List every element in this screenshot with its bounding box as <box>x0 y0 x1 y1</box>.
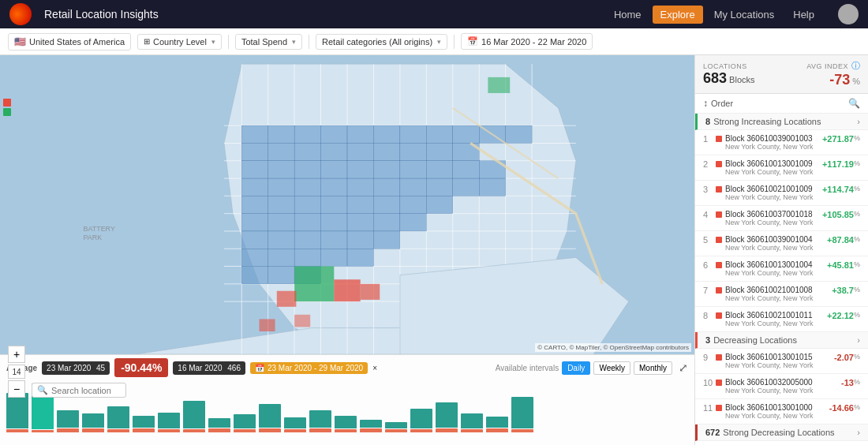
location-item[interactable]: 10 Block 360610032005000 New York County… <box>695 374 868 399</box>
svg-rect-65 <box>268 196 294 213</box>
loc-num: 2 <box>703 159 716 169</box>
bar-orange-2 <box>32 430 54 432</box>
bar-orange-9 <box>208 428 230 432</box>
bar-teal-4 <box>82 413 104 428</box>
svg-rect-70 <box>400 196 426 213</box>
svg-rect-45 <box>268 161 294 178</box>
bar-teal-11 <box>259 404 281 428</box>
location-item[interactable]: 4 Block 360610037001018 New York County,… <box>695 206 868 231</box>
metric-label: Total Spend <box>241 37 287 47</box>
location-item[interactable]: 8 Block 360610021001011 New York County,… <box>695 307 868 332</box>
flag-icon: 🇺🇸 <box>14 36 26 47</box>
chart-date-range: 📅 23 Mar 2020 - 29 Mar 2020 <box>250 362 368 374</box>
location-item[interactable]: 11 Block 360610013001000 New York County… <box>695 399 868 424</box>
metric-selector[interactable]: Total Spend ▾ <box>235 34 302 50</box>
nav-home[interactable]: Home <box>606 6 649 24</box>
map-area[interactable]: BATTERY PARK + 14 − 🔍 © CARTO, © MapTile… <box>0 55 694 445</box>
map-search[interactable]: 🔍 <box>32 383 126 398</box>
section-arrow-3[interactable]: › <box>857 428 860 437</box>
locations-count: 683 <box>703 70 727 86</box>
zoom-in-button[interactable]: + <box>8 346 25 363</box>
nav-my-locations[interactable]: My Locations <box>706 6 783 24</box>
zoom-out-button[interactable]: − <box>8 380 25 398</box>
categories-selector[interactable]: Retail categories (All origins) ▾ <box>316 34 447 50</box>
bar-orange-15 <box>360 428 382 432</box>
svg-rect-60 <box>400 178 426 196</box>
location-item[interactable]: 6 Block 360610013001004 New York County,… <box>695 256 868 282</box>
nav-explore[interactable]: Explore <box>653 6 703 24</box>
section-decreasing: 3 Decreasing Locations › <box>695 332 868 349</box>
svg-rect-95 <box>277 291 297 307</box>
interval-controls: Available intervals Daily Weekly Monthly… <box>496 361 688 375</box>
loc-pct: % <box>854 353 860 361</box>
svg-rect-96 <box>361 284 380 300</box>
chart-tooltip-1: 23 Mar 2020 45 <box>42 361 110 375</box>
svg-rect-31 <box>426 125 452 143</box>
loc-val: +87.84 <box>827 235 854 245</box>
loc-addr: New York County, New York <box>725 244 824 252</box>
chart-close-button[interactable]: × <box>372 364 377 372</box>
section-arrow-1[interactable]: › <box>857 117 860 126</box>
loc-color <box>716 211 722 218</box>
svg-rect-89 <box>347 249 373 266</box>
svg-rect-74 <box>294 214 320 231</box>
bar-teal-14 <box>335 416 357 428</box>
available-intervals-label: Available intervals <box>496 364 559 372</box>
loc-pct: % <box>854 378 860 386</box>
location-item[interactable]: 5 Block 360610039001004 New York County,… <box>695 231 868 256</box>
location-item[interactable]: 1 Block 360610039001003 New York County,… <box>695 130 868 155</box>
svg-rect-48 <box>347 161 373 178</box>
loc-id: Block 360610021001011 <box>725 311 824 320</box>
loc-id: Block 360610013001009 <box>725 159 819 168</box>
loc-num: 8 <box>703 311 716 320</box>
date-range-selector[interactable]: 📅 16 Mar 2020 - 22 Mar 2020 <box>461 33 593 50</box>
bar-group-15 <box>360 420 382 432</box>
section-count-2: 3 <box>705 335 710 345</box>
bar-orange-6 <box>133 428 155 432</box>
panel-search-icon[interactable]: 🔍 <box>848 98 860 109</box>
bar-group-6 <box>133 416 155 432</box>
svg-rect-25 <box>268 125 294 143</box>
loc-info: Block 360610021001011 New York County, N… <box>725 311 824 327</box>
location-item[interactable]: 9 Block 360610013001015 New York County,… <box>695 349 868 374</box>
svg-rect-99 <box>294 315 310 327</box>
order-label: Order <box>711 99 845 108</box>
section-increasing: 8 Strong Increasing Locations › <box>695 114 868 130</box>
interval-daily[interactable]: Daily <box>562 361 590 375</box>
loc-addr: New York County, New York <box>725 294 829 302</box>
user-avatar[interactable] <box>838 4 859 24</box>
avg-index-group: AVG INDEX ⓘ -73 % <box>806 60 860 88</box>
loc-addr: New York County, New York <box>725 361 831 369</box>
info-icon[interactable]: ⓘ <box>851 60 860 72</box>
search-input[interactable] <box>51 386 122 395</box>
loc-val: +22.12 <box>827 311 854 320</box>
interval-monthly[interactable]: Monthly <box>634 361 672 375</box>
loc-val: -13 <box>841 378 854 387</box>
bar-group-3 <box>57 410 79 432</box>
svg-rect-56 <box>294 178 320 196</box>
svg-rect-84 <box>373 231 399 249</box>
location-item[interactable]: 12 Block 360610317041000 New York County… <box>695 441 868 445</box>
section-strong-decreasing: 672 Strong Decreasing Locations › <box>695 424 868 441</box>
nav-help[interactable]: Help <box>785 6 822 24</box>
svg-rect-87 <box>294 249 320 266</box>
loc-pct: % <box>854 185 860 193</box>
svg-rect-36 <box>268 143 294 160</box>
location-item[interactable]: 3 Block 360610021001009 New York County,… <box>695 181 868 206</box>
loc-addr: New York County, New York <box>725 168 819 176</box>
level-selector[interactable]: ⊞ Country Level ▾ <box>137 34 222 50</box>
locations-unit: Blocks <box>729 75 754 84</box>
location-item[interactable]: 2 Block 360610013001009 New York County,… <box>695 155 868 181</box>
loc-info: Block 360610039001004 New York County, N… <box>725 235 824 252</box>
loc-val: +114.74 <box>822 185 854 194</box>
section-arrow-2[interactable]: › <box>857 335 860 345</box>
loc-addr: New York County, New York <box>725 269 824 277</box>
calendar-icon-2: 📅 <box>255 364 264 372</box>
region-selector[interactable]: 🇺🇸 United States of America <box>8 33 131 50</box>
section-count-3: 672 <box>705 428 720 437</box>
loc-color <box>716 405 722 411</box>
chart-expand-button[interactable]: ⤢ <box>679 361 688 374</box>
interval-weekly[interactable]: Weekly <box>593 361 630 375</box>
location-item[interactable]: 7 Block 360610021001008 New York County,… <box>695 282 868 307</box>
bar-orange-4 <box>82 428 104 432</box>
